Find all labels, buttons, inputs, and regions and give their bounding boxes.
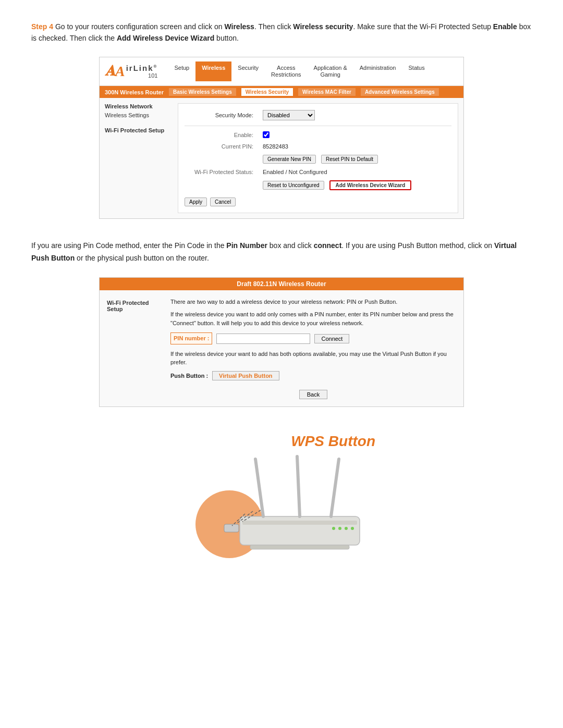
router-content: Security Mode: Disabled Enable: Current … [178,103,458,213]
pin-number-input[interactable] [216,334,310,344]
nav-tab-security[interactable]: Security [231,61,265,81]
wizard-pin-row: PIN number : Connect [170,332,456,344]
wps-button-shape [224,524,239,532]
push-label: Push Button : [170,372,208,380]
apply-cancel-row: Apply Cancel [185,198,451,206]
wireless-bold: Wireless [224,22,254,31]
back-row: Back [170,386,456,399]
para2-text2: box and click [267,241,314,250]
orange-bar: 300N Wireless Router Basic Wireless Sett… [100,86,463,98]
push-button-row: Push Button : Virtual Push Button [170,371,456,380]
para2-text3: . If you are using Push Button method, c… [341,241,494,250]
led1 [332,527,335,530]
connect-button[interactable]: Connect [314,334,349,343]
reset-unconfigured-button[interactable]: Reset to Unconfigured [263,181,324,190]
logo-stylized: A [115,63,125,80]
wizard-desc1: There are two way to add a wireless devi… [170,298,456,306]
router-logo: 𝐀 A irLink® 101 [105,63,157,80]
step4-text5: button. [214,34,239,42]
enable-bold: Enable [493,22,517,31]
step4-text2: . Then click [254,22,293,31]
enable-label: Enable: [185,132,258,138]
virtual-push-button[interactable]: Virtual Push Button [212,371,279,380]
sidebar-section-wireless: Wireless Network [105,103,173,109]
wizard-body: Wi-Fi Protected Setup There are two way … [100,290,463,406]
wireless-security-bold: Wireless security [293,22,353,31]
current-pin-label: Current PIN: [185,143,258,150]
cancel-button[interactable]: Cancel [210,198,236,206]
nav-tab-setup[interactable]: Setup [168,61,195,81]
pin-buttons-row: Generate New PIN Reset PIN to Default [185,155,451,164]
step4-text1: Go to your routers configuration screen … [53,22,224,31]
sidebar-section-wps: Wi-Fi Protected Setup [105,127,173,133]
para2-paragraph: If you are using Pin Code method, enter … [31,240,532,265]
pin-number-label: PIN number : [170,332,212,344]
nav-tab-wireless[interactable]: Wireless [195,61,231,81]
wizard-bold: Add Wireless Device Wizard [117,34,214,42]
wizard-desc2: If the wireless device you want to add o… [170,310,456,327]
enable-checkbox[interactable] [263,131,270,138]
logo-text: irLink® 101 [126,64,158,79]
led4 [351,527,354,530]
wizard-ui-screenshot: Draft 802.11N Wireless Router Wi-Fi Prot… [99,277,464,407]
router-sidebar: Wireless Network Wireless Settings Wi-Fi… [105,103,173,213]
wps-status-label: Wi-Fi Protected Status: [185,169,258,175]
reset-pin-button[interactable]: Reset PIN to Default [321,155,378,164]
generate-pin-button[interactable]: Generate New PIN [263,155,316,164]
add-wizard-button[interactable]: Add Wireless Device Wizard [329,180,412,190]
security-mode-label: Security Mode: [185,112,258,118]
subtab-basic[interactable]: Basic Wireless Settings [169,88,236,96]
subtab-advanced[interactable]: Advanced Wireless Settings [361,88,439,96]
wizard-desc3: If the wireless device your want to add … [170,350,456,367]
current-pin-value: 85282483 [263,143,288,150]
subtab-wireless-security[interactable]: Wireless Security [241,88,293,96]
wizard-content: There are two way to add a wireless devi… [170,298,456,399]
apply-button[interactable]: Apply [185,198,207,206]
router-ui-screenshot: 𝐀 A irLink® 101 Setup Wireless Security … [99,57,464,219]
nav-tab-administration[interactable]: Administration [353,61,402,81]
sidebar-wps-label: Wi-Fi Protected Setup [105,127,173,133]
back-button[interactable]: Back [299,390,327,399]
wps-image: WPS Button [172,428,391,574]
sidebar-item-wireless-settings: Wireless Settings [105,112,173,119]
enable-row: Enable: [185,131,451,138]
para2-text1: If you are using Pin Code method, enter … [31,241,226,250]
nav-tab-access[interactable]: AccessRestrictions [265,61,307,81]
security-mode-select[interactable]: Disabled [263,110,315,120]
step4-paragraph: Step 4 Go to your routers configuration … [31,21,532,44]
step4-text3: . Make sure that the Wi-Fi Protected Set… [353,22,493,31]
antenna-right [331,459,339,516]
logo-101: 101 [126,72,158,79]
wizard-buttons-row: Reset to Unconfigured Add Wireless Devic… [185,180,451,190]
divider1 [185,126,451,126]
brand-label: 300N Wireless Router [105,89,164,95]
led3 [345,527,348,530]
wps-section: Enable: Current PIN: 85282483 Generate N… [185,131,451,190]
logo-a: 𝐀 [105,63,115,80]
logo-irlink: irLink® [126,64,158,72]
pin-bold: Pin Number [226,241,267,250]
router-header: 𝐀 A irLink® 101 Setup Wireless Security … [100,57,463,86]
wizard-sidebar: Wi-Fi Protected Setup [107,298,164,399]
connect-bold: connect [314,241,342,250]
wizard-header: Draft 802.11N Wireless Router [100,278,463,290]
router-stripe [242,521,357,525]
router-base [250,545,349,549]
subtab-mac-filter[interactable]: Wireless MAC Filter [298,88,356,96]
wps-button-title: WPS Button [291,433,375,450]
security-mode-row: Security Mode: Disabled [185,110,451,120]
para2-text4: or the physical push button on the route… [75,254,209,262]
nav-tab-status[interactable]: Status [402,61,431,81]
led2 [338,527,341,530]
wps-status-row: Wi-Fi Protected Status: Enabled / Not Co… [185,169,451,175]
wps-image-container: WPS Button [31,428,532,574]
wps-status-value: Enabled / Not Configured [263,169,327,175]
router-body: Wireless Network Wireless Settings Wi-Fi… [100,98,463,218]
antenna-middle [297,456,300,516]
step-label: Step 4 [31,22,53,31]
nav-tabs: Setup Wireless Security AccessRestrictio… [168,61,458,81]
nav-tab-application[interactable]: Application &Gaming [308,61,353,81]
current-pin-row: Current PIN: 85282483 [185,143,451,150]
